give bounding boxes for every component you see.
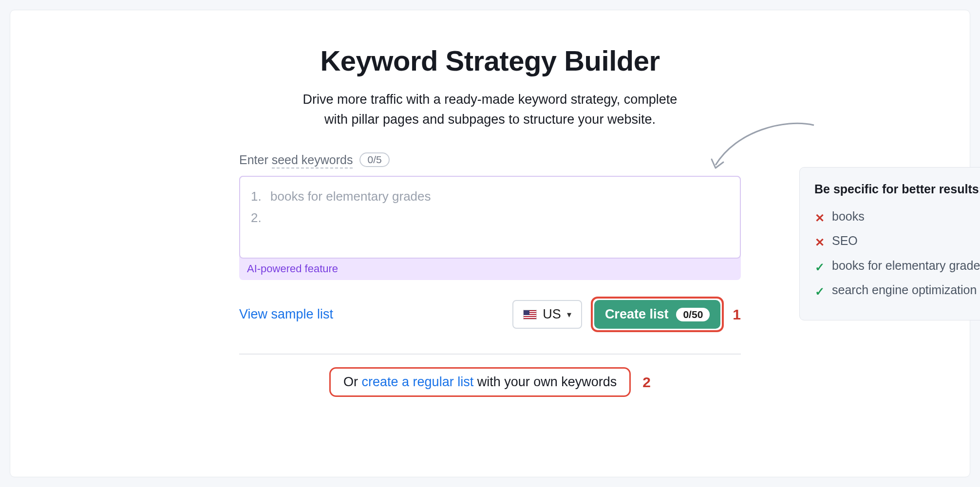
seed-label-row: Enter seed keywords 0/5: [239, 152, 741, 167]
callout-number-1: 1: [733, 306, 741, 323]
ai-feature-label: AI-powered feature: [239, 259, 741, 275]
view-sample-list-link[interactable]: View sample list: [239, 307, 333, 322]
tips-bad-item: ✕SEO: [814, 233, 980, 250]
form-wrap: Enter seed keywords 0/5 1. books for ele…: [239, 152, 741, 397]
alt-row: Or create a regular list with your own k…: [239, 367, 741, 397]
tips-good-1: search engine optimization: [832, 282, 977, 300]
page-title: Keyword Strategy Builder: [10, 44, 970, 77]
create-list-button[interactable]: Create list 0/50: [594, 300, 720, 329]
tips-good-0: books for elementary grades: [832, 258, 980, 275]
alt-prefix: Or: [343, 375, 362, 389]
subtitle-line-2: with pillar pages and subpages to struct…: [324, 112, 656, 127]
chevron-down-icon: ▾: [567, 309, 571, 320]
callout-number-2: 2: [642, 374, 651, 391]
seed-label-dotted: seed keywords: [272, 153, 353, 169]
divider: [239, 354, 741, 355]
seed-line-2: 2.: [251, 207, 729, 228]
seed-input-block: 1. books for elementary grades 2. AI-pow…: [239, 176, 741, 280]
guide-arrow-icon: [707, 121, 819, 175]
tips-bad-1: SEO: [832, 233, 858, 250]
alt-suffix: with your own keywords: [473, 375, 617, 389]
seed-line-2-num: 2.: [251, 207, 262, 228]
subtitle-line-1: Drive more traffic with a ready-made key…: [303, 92, 678, 107]
us-flag-icon: [523, 310, 537, 319]
check-icon: ✓: [814, 258, 825, 275]
seed-line-1-placeholder: books for elementary grades: [270, 186, 431, 207]
x-icon: ✕: [814, 208, 825, 226]
check-icon: ✓: [814, 282, 825, 300]
seed-label: Enter seed keywords: [239, 153, 353, 167]
seed-label-prefix: Enter: [239, 153, 272, 167]
tips-panel: Be specific for better results: ✕books ✕…: [799, 167, 980, 320]
tips-list: ✕books ✕SEO ✓books for elementary grades…: [814, 208, 980, 300]
create-list-highlight: Create list 0/50: [591, 297, 724, 332]
tips-title: Be specific for better results:: [814, 181, 980, 198]
tips-bad-0: books: [832, 208, 865, 226]
main-card: Keyword Strategy Builder Drive more traf…: [10, 10, 970, 477]
tips-bad-item: ✕books: [814, 208, 980, 226]
seed-count-pill: 0/5: [359, 152, 389, 167]
tips-good-item: ✓books for elementary grades: [814, 258, 980, 275]
create-list-count: 0/50: [676, 308, 710, 321]
country-label: US: [543, 307, 561, 322]
tips-good-item: ✓search engine optimization: [814, 282, 980, 300]
actions-row: View sample list US ▾ Create list 0/50 1: [239, 297, 741, 332]
alt-option-highlight: Or create a regular list with your own k…: [329, 367, 631, 397]
seed-keywords-input[interactable]: 1. books for elementary grades 2.: [239, 176, 741, 259]
page-subtitle: Drive more traffic with a ready-made key…: [10, 90, 970, 129]
create-list-label: Create list: [605, 307, 669, 322]
country-select[interactable]: US ▾: [512, 300, 582, 329]
x-icon: ✕: [814, 233, 825, 250]
seed-line-1-num: 1.: [251, 186, 262, 207]
seed-line-1: 1. books for elementary grades: [251, 186, 729, 207]
create-regular-list-link[interactable]: create a regular list: [362, 375, 474, 389]
